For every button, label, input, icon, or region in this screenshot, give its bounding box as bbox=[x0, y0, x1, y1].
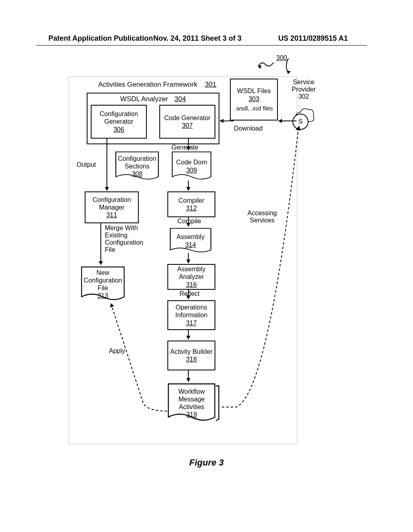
wsdl-files-box: WSDL Files 303 .wsdl, .xsd files bbox=[230, 79, 278, 121]
compiler-box: Compiler 312 bbox=[167, 191, 215, 217]
apply-label: Apply bbox=[109, 347, 125, 355]
code-generator-box: Code Generator 307 bbox=[159, 105, 215, 139]
assembly-analyzer-box: Assembly Analyzer 316 bbox=[167, 264, 215, 290]
wsdl-analyzer-title: WSDL Analyzer bbox=[120, 95, 168, 103]
accessing-label: Accessing Services bbox=[244, 210, 280, 224]
ops-info-box: Operations Information 317 bbox=[167, 300, 215, 330]
new-config-doc: New Configuration File 313 bbox=[81, 266, 125, 302]
wsdl-analyzer-ref: 304 bbox=[175, 95, 186, 103]
diagram-canvas: 300 Activities Generation Framework 301 … bbox=[69, 77, 359, 447]
header-left: Patent Application Publication bbox=[48, 34, 153, 43]
config-generator-box: Configuration Generator 306 bbox=[91, 105, 147, 139]
overall-ref: 300 bbox=[276, 54, 287, 62]
config-manager-box: Configuration Manager 311 bbox=[85, 191, 139, 223]
svg-marker-1 bbox=[287, 71, 291, 74]
figure-caption: Figure 3 bbox=[0, 457, 413, 468]
assembly-doc: Assembly 314 bbox=[169, 228, 212, 254]
header-mid: Nov. 24, 2011 Sheet 3 of 3 bbox=[153, 34, 242, 43]
svg-marker-0 bbox=[258, 65, 261, 69]
service-provider-label: Service Provider 302 bbox=[286, 79, 322, 100]
framework-title: Activities Generation Framework 301 bbox=[87, 81, 228, 89]
config-sections-doc: Configuration Sections 308 bbox=[115, 151, 159, 181]
code-dom-doc: Code Dom 309 bbox=[171, 151, 212, 181]
header-rule bbox=[36, 45, 367, 46]
download-label: Download bbox=[234, 125, 263, 132]
activity-builder-box: Activity Builder 318 bbox=[167, 341, 215, 370]
wf-activities-doc: Workflow Message Activities 319 bbox=[167, 383, 216, 423]
generate-label: Generate bbox=[171, 144, 198, 151]
compile-label: Compile bbox=[177, 218, 201, 225]
merge-label: Merge With Existing Configuration File bbox=[105, 224, 149, 254]
reflect-label: Reflect bbox=[179, 290, 200, 297]
service-s-circle: S bbox=[292, 114, 309, 130]
header-right: US 2011/0289515 A1 bbox=[278, 34, 348, 43]
output-label: Output bbox=[77, 161, 96, 168]
